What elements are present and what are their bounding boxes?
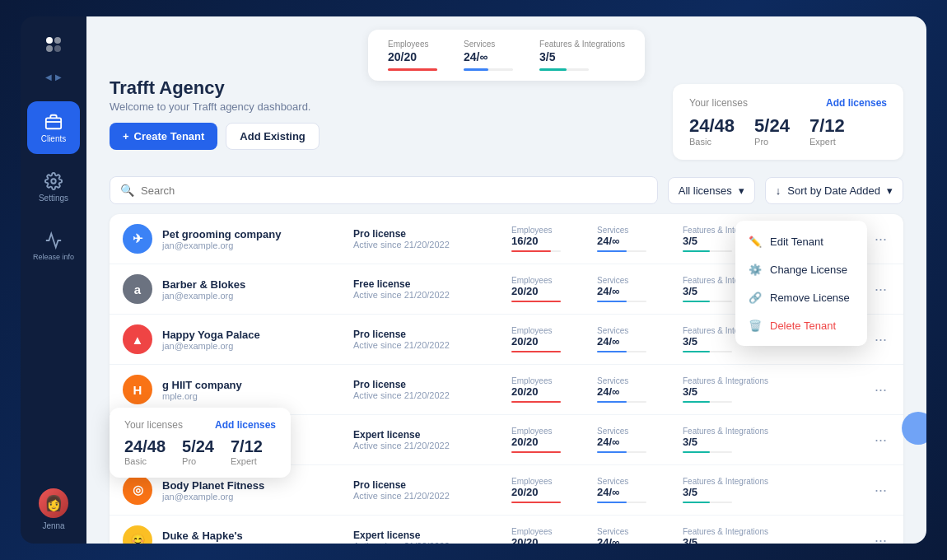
- dropdown-item-delete[interactable]: 🗑️ Delete Tenant: [735, 311, 867, 339]
- metric-features: Features & Integrations 3/5: [683, 477, 768, 503]
- client-email: jan@example.org: [162, 240, 343, 250]
- sort-label: Sort by Date Added: [787, 184, 880, 197]
- svg-point-1: [54, 37, 61, 44]
- client-license: Expert license Active since 21/20/2022: [353, 530, 501, 544]
- license-type: Pro license: [353, 379, 501, 390]
- svg-rect-4: [46, 118, 61, 128]
- metric-employees: Employees 20/20: [511, 527, 577, 544]
- sidebar-item-settings-label: Settings: [39, 194, 68, 203]
- popup-pro-value: 5/24: [182, 437, 214, 456]
- client-license: Pro license Active since 21/20/2022: [353, 228, 501, 250]
- popup-expert-label: Expert: [231, 456, 263, 466]
- row-menu-button[interactable]: ···: [871, 328, 890, 352]
- add-licenses-link[interactable]: Add licenses: [826, 97, 887, 109]
- client-name: g HIIT company: [162, 379, 343, 391]
- license-type: Free license: [353, 278, 501, 290]
- license-filter[interactable]: All licenses ▾: [668, 177, 755, 204]
- dropdown-menu[interactable]: ✏️ Edit Tenant ⚙️ Change License 🔗 Remov…: [735, 221, 867, 346]
- page-header: Trafft Agency Welcome to your Trafft age…: [110, 77, 903, 160]
- client-avatar: a: [123, 274, 152, 304]
- client-email: mple.org: [162, 391, 343, 401]
- license-pro: 5/24 Pro: [754, 115, 790, 147]
- row-menu-button[interactable]: ···: [871, 529, 890, 544]
- svg-point-6: [51, 179, 56, 184]
- filter-label: All licenses: [679, 184, 732, 197]
- license-popup: Your licenses Add licenses 24/48 Basic 5…: [110, 408, 291, 478]
- popup-basic-label: Basic: [124, 456, 166, 466]
- page-subtitle: Welcome to your Trafft agency dashboard.: [110, 100, 320, 113]
- license-type: Pro license: [353, 329, 501, 340]
- user-name: Jenna: [42, 521, 64, 530]
- briefcase-icon: [44, 113, 63, 131]
- license-popup-add-link[interactable]: Add licenses: [215, 419, 276, 431]
- chevron-down-icon: ▾: [739, 184, 744, 197]
- client-info: Pet grooming company jan@example.org: [162, 228, 343, 250]
- client-info: Happy Yoga Palace jan@example.org: [162, 329, 343, 351]
- license-active-since: Active since 21/20/2022: [353, 491, 501, 501]
- metric-services: Services 24/∞: [597, 326, 663, 352]
- stat-features: Features & Integrations 3/5: [539, 40, 625, 71]
- row-menu-button[interactable]: ···: [871, 378, 890, 402]
- sidebar: ◀▶ Clients Settings Release info: [21, 16, 86, 544]
- sort-button[interactable]: ↓ Sort by Date Added ▾: [765, 177, 903, 204]
- client-avatar: ▲: [123, 324, 152, 354]
- app-logo: [39, 30, 68, 59]
- change-license-icon: ⚙️: [749, 263, 762, 276]
- dropdown-item-remove-license[interactable]: 🔗 Remove License: [735, 283, 867, 311]
- license-basic-label: Basic: [689, 137, 711, 147]
- table-row: 😊 Duke & Hapke's jan@example.org Expert …: [110, 516, 903, 544]
- delete-icon: 🗑️: [749, 319, 762, 332]
- popup-basic-value: 24/48: [124, 437, 166, 456]
- client-info: Body Planet Fitness jan@example.org: [162, 479, 343, 502]
- svg-point-2: [46, 45, 53, 52]
- client-avatar: ◎: [123, 475, 152, 505]
- page-title: Trafft Agency: [110, 77, 320, 99]
- client-license: Expert license Active since 21/20/2022: [353, 429, 501, 450]
- client-metrics: Employees 20/20 Services 24/∞ Features &…: [511, 427, 861, 453]
- client-name: Body Planet Fitness: [162, 479, 343, 492]
- stat-services: Services 24/∞: [464, 40, 513, 71]
- license-active-since: Active since 21/20/2022: [353, 390, 501, 400]
- popup-expert-value: 7/12: [231, 437, 263, 456]
- client-metrics: Employees 20/20 Services 24/∞ Features &…: [511, 477, 861, 503]
- metric-employees: Employees 20/20: [511, 376, 577, 403]
- sidebar-item-clients[interactable]: Clients: [27, 101, 80, 154]
- metric-features: Features & Integrations 3/5: [683, 527, 768, 544]
- dropdown-item-edit[interactable]: ✏️ Edit Tenant: [735, 227, 867, 255]
- metric-services: Services 24/∞: [597, 527, 663, 544]
- license-active-since: Active since 21/20/2022: [353, 290, 501, 300]
- client-email: jan@example.org: [162, 291, 343, 301]
- search-box[interactable]: 🔍: [110, 176, 658, 204]
- client-license: Pro license Active since 21/20/2022: [353, 379, 501, 400]
- row-menu-button[interactable]: ···: [871, 278, 890, 301]
- avatar[interactable]: 👩: [39, 488, 68, 518]
- row-menu-button[interactable]: ···: [871, 478, 890, 502]
- stat-features-value: 3/5: [539, 50, 625, 63]
- sidebar-item-settings[interactable]: Settings: [27, 161, 80, 213]
- client-metrics: Employees 20/20 Services 24/∞ Features &…: [511, 527, 861, 544]
- row-menu-button[interactable]: ···: [871, 227, 890, 251]
- svg-point-0: [46, 37, 53, 44]
- gear-icon: [44, 172, 63, 190]
- metric-services: Services 24/∞: [597, 226, 663, 252]
- add-existing-button[interactable]: Add Existing: [226, 123, 319, 150]
- sidebar-collapse[interactable]: ◀▶: [45, 72, 62, 82]
- row-menu-button[interactable]: ···: [871, 428, 890, 452]
- metric-employees: Employees 20/20: [511, 477, 577, 503]
- plus-icon: +: [123, 130, 129, 142]
- license-expert: 7/12 Expert: [809, 115, 845, 147]
- sidebar-item-release[interactable]: Release info: [27, 220, 80, 273]
- header-actions: + Create Tenant Add Existing: [110, 123, 320, 150]
- search-input[interactable]: [141, 184, 647, 197]
- dropdown-item-change-license[interactable]: ⚙️ Change License: [735, 255, 867, 283]
- client-info: Barber & Blokes jan@example.org: [162, 278, 343, 301]
- popup-pro-label: Pro: [182, 456, 214, 466]
- stat-employees: Employees 20/20: [388, 40, 437, 71]
- license-basic-value: 24/48: [689, 115, 735, 137]
- header-left: Trafft Agency Welcome to your Trafft age…: [110, 77, 320, 150]
- client-name: Pet grooming company: [162, 228, 343, 240]
- create-tenant-button[interactable]: + Create Tenant: [110, 123, 217, 150]
- client-email: jan@example.org: [162, 542, 343, 544]
- client-info: Duke & Hapke's jan@example.org: [162, 530, 343, 544]
- activity-icon: [44, 231, 63, 250]
